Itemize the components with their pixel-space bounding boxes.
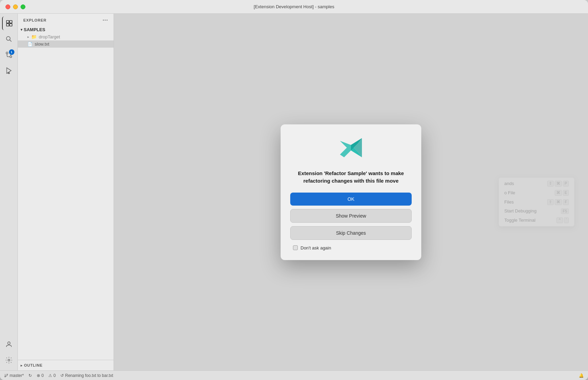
more-actions-button[interactable]: ··· [103, 17, 108, 23]
svg-rect-1 [9, 21, 12, 23]
source-control-icon[interactable]: 1 [2, 48, 16, 62]
drop-target-label: dropTarget [39, 34, 60, 39]
minimize-button[interactable] [13, 4, 18, 9]
sidebar-spacer [18, 48, 114, 360]
svg-marker-18 [351, 138, 362, 157]
svg-line-5 [10, 40, 11, 41]
warnings-item[interactable]: ⚠ 0 [48, 373, 56, 378]
sync-icon: ↻ [28, 373, 32, 378]
svg-point-7 [10, 56, 12, 58]
svg-point-14 [8, 359, 10, 361]
extension-icon [337, 135, 365, 163]
svg-marker-15 [340, 141, 351, 157]
folder-icon: 📁 [31, 34, 37, 39]
samples-folder-label: SAMPLES [24, 27, 45, 32]
notification-item[interactable]: 🔔 [579, 373, 584, 378]
account-icon[interactable] [2, 338, 16, 351]
run-debug-icon[interactable] [2, 64, 16, 77]
warnings-label: ⚠ 0 [48, 373, 56, 378]
notification-icon: 🔔 [579, 373, 584, 378]
svg-point-4 [6, 37, 10, 40]
git-branch-label: master* [10, 373, 24, 378]
explorer-label: EXPLORER [23, 18, 47, 22]
git-branch-icon [4, 373, 8, 378]
ok-button[interactable]: OK [290, 193, 412, 206]
errors-item[interactable]: ⊗ 0 [37, 373, 44, 378]
skip-changes-button[interactable]: Skip Changes [290, 226, 412, 240]
svg-rect-3 [9, 24, 12, 26]
maximize-button[interactable] [21, 4, 25, 9]
app-window: [Extension Development Host] - samples [0, 0, 588, 380]
dont-ask-row: Don't ask again [293, 245, 331, 250]
chevron-down-icon: ▾ [21, 28, 22, 32]
svg-rect-0 [6, 21, 9, 23]
close-button[interactable] [5, 4, 10, 9]
svg-point-20 [7, 374, 8, 375]
sidebar-outline: ▸ OUTLINE [18, 360, 114, 370]
svg-rect-2 [6, 24, 9, 26]
svg-point-12 [8, 73, 10, 74]
svg-point-13 [8, 342, 10, 344]
app-body: 1 [0, 14, 588, 370]
sidebar-header-actions: ··· [103, 17, 108, 23]
file-icon: 📄 [27, 42, 33, 47]
chevron-right-icon: ▸ [27, 35, 29, 39]
sidebar-header: EXPLORER ··· [18, 14, 114, 25]
statusbar-right: 🔔 [579, 373, 584, 378]
show-preview-button[interactable]: Show Preview [290, 209, 412, 223]
outline-label: OUTLINE [24, 363, 43, 367]
slow-txt-item[interactable]: 📄 slow.txt [18, 40, 114, 48]
search-activity-icon[interactable] [2, 32, 16, 46]
slow-txt-label: slow.txt [35, 41, 49, 47]
window-title: [Extension Development Host] - samples [254, 4, 334, 9]
statusbar: master* ↻ ⊗ 0 ⚠ 0 ↺ Renaming foo.txt to … [0, 370, 588, 380]
dont-ask-checkbox[interactable] [293, 245, 298, 250]
samples-folder[interactable]: ▾ SAMPLES [18, 26, 114, 33]
rename-info-label: ↺ Renaming foo.txt to bar.txt [60, 373, 113, 378]
activity-bar: 1 [0, 14, 18, 370]
main-content: ands ⇧⌘P o File ⌘E Files ⇧⌘F [114, 14, 588, 370]
statusbar-left: master* ↻ ⊗ 0 ⚠ 0 ↺ Renaming foo.txt to … [4, 373, 113, 378]
sidebar-section: ▾ SAMPLES ▸ 📁 dropTarget 📄 slow.txt [18, 25, 114, 48]
explorer-icon[interactable] [2, 16, 16, 30]
titlebar: [Extension Development Host] - samples [0, 0, 588, 14]
rename-info-item: ↺ Renaming foo.txt to bar.txt [60, 373, 113, 378]
git-branch-item[interactable]: master* [4, 373, 24, 378]
outline-header[interactable]: ▸ OUTLINE [18, 362, 114, 368]
settings-icon[interactable] [2, 353, 16, 367]
sync-item[interactable]: ↻ [28, 373, 32, 378]
dont-ask-label: Don't ask again [301, 245, 331, 250]
modal-dialog: Extension 'Refactor Sample' wants to mak… [281, 124, 421, 260]
modal-overlay: Extension 'Refactor Sample' wants to mak… [114, 14, 588, 370]
errors-label: ⊗ 0 [37, 373, 44, 378]
sidebar: EXPLORER ··· ▾ SAMPLES ▸ 📁 dropTarget 📄 … [18, 14, 114, 370]
traffic-lights [5, 4, 25, 9]
source-control-badge: 1 [9, 49, 14, 55]
svg-point-6 [6, 52, 8, 54]
drop-target-item[interactable]: ▸ 📁 dropTarget [18, 33, 114, 40]
modal-title: Extension 'Refactor Sample' wants to mak… [290, 170, 412, 185]
chevron-right-icon-outline: ▸ [21, 364, 23, 367]
